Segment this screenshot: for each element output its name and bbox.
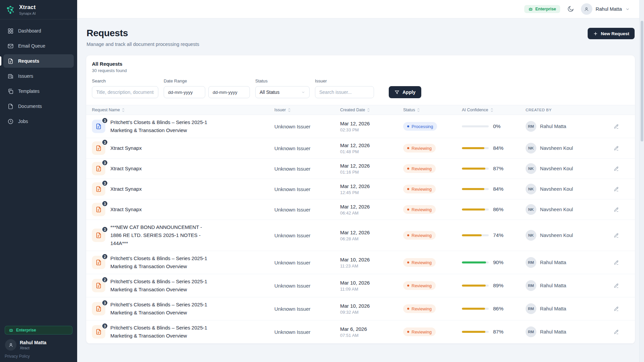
- table-row[interactable]: 3 Pritchett's Closets & Blinds – Series …: [86, 115, 635, 138]
- created-time: 06:42 AM: [340, 210, 403, 216]
- table-row[interactable]: 3 ***NEW CAT BOND ANNOUNCEMENT - 1886 RE…: [86, 220, 635, 251]
- brand-name: Xtract: [19, 4, 36, 11]
- confidence-fill: [462, 308, 485, 310]
- confidence-bar: [462, 285, 489, 287]
- edit-pencil-icon[interactable]: [613, 306, 619, 312]
- results-count: 30 requests found: [92, 68, 629, 73]
- apply-button[interactable]: Apply: [389, 86, 421, 98]
- vertical-scrollbar[interactable]: [639, 0, 644, 362]
- filter-bar: Search Date Range Status All Status: [86, 73, 635, 105]
- person-icon: [584, 6, 589, 12]
- edit-pencil-icon[interactable]: [613, 145, 619, 151]
- email-icon: [7, 43, 14, 49]
- status-dot-icon: [407, 261, 409, 263]
- status-select-value: All Status: [260, 89, 279, 95]
- created-date: Mar 12, 2026: [340, 163, 403, 169]
- created-time: 02:33 PM: [340, 127, 403, 132]
- sidebar-item-label: Documents: [18, 104, 42, 109]
- created-time: 01:48 PM: [340, 149, 403, 154]
- person-icon: [8, 342, 14, 348]
- sidebar-item-templates[interactable]: Templates: [3, 84, 74, 98]
- confidence-fill: [462, 285, 486, 287]
- column-header-issuer[interactable]: Issuer: [274, 108, 340, 112]
- created-time: 07:51 AM: [340, 333, 403, 338]
- created-date: Mar 10, 2026: [340, 280, 403, 286]
- table-row[interactable]: 3 Pritchett's Closets & Blinds – Series …: [86, 320, 635, 344]
- confidence-value: 74%: [493, 232, 503, 238]
- status-dot-icon: [407, 125, 409, 127]
- table-header: Request Name Issuer Created Date Status …: [86, 105, 635, 115]
- status-dot-icon: [407, 147, 409, 149]
- sidebar-item-label: Jobs: [18, 119, 28, 124]
- sidebar-item-label: Issuers: [18, 73, 33, 79]
- requests-icon: [7, 58, 14, 64]
- confidence-value: 86%: [493, 206, 503, 213]
- creator-name: Navsheen Koul: [540, 166, 573, 171]
- sidebar-item-label: Templates: [18, 88, 40, 94]
- table-row[interactable]: 3 Xtract Synapx Unknown Issuer Mar 12, 2…: [86, 179, 635, 199]
- edit-pencil-icon[interactable]: [613, 186, 619, 192]
- confidence-value: 86%: [493, 306, 503, 312]
- user-name: Rahul Matta: [20, 340, 46, 345]
- status-badge: Reviewing: [403, 144, 436, 153]
- confidence-bar: [462, 125, 489, 127]
- table-row[interactable]: 2 Pritchett's Closets & Blinds – Series …: [86, 251, 635, 274]
- column-header-status[interactable]: Status: [403, 108, 462, 112]
- sidebar-user[interactable]: Rahul Matta Xtract: [5, 339, 72, 351]
- creator-name: Rahul Matta: [540, 260, 566, 265]
- filter-icon: [394, 90, 399, 95]
- edit-pencil-icon[interactable]: [613, 207, 619, 213]
- creator-avatar: NK: [526, 230, 536, 241]
- sidebar-item-issuers[interactable]: Issuers: [3, 69, 74, 83]
- date-from-input[interactable]: [164, 86, 205, 98]
- search-input[interactable]: [92, 86, 158, 98]
- status-select[interactable]: All Status: [255, 86, 310, 98]
- column-header-request-name[interactable]: Request Name: [92, 108, 274, 112]
- creator-avatar: NK: [526, 163, 536, 174]
- sidebar-item-requests[interactable]: Requests: [3, 54, 74, 68]
- edit-pencil-icon[interactable]: [613, 166, 619, 172]
- user-menu[interactable]: Rahul Matta: [581, 3, 630, 15]
- sidebar-item-jobs[interactable]: Jobs: [3, 115, 74, 128]
- enterprise-badge-topbar: Enterprise: [524, 5, 560, 13]
- sidebar-item-email-queue[interactable]: Email Queue: [3, 39, 74, 53]
- edit-pencil-icon[interactable]: [613, 329, 619, 335]
- creator-name: Navsheen Koul: [540, 233, 573, 238]
- created-date: Mar 6, 2026: [340, 326, 403, 332]
- scrollbar-thumb[interactable]: [641, 21, 643, 141]
- table-row[interactable]: 3 Xtract Synapx Unknown Issuer Mar 12, 2…: [86, 159, 635, 179]
- sidebar-item-documents[interactable]: Documents: [3, 100, 74, 113]
- table-row[interactable]: 3 Xtract Synapx Unknown Issuer Mar 12, 2…: [86, 199, 635, 220]
- confidence-value: 90%: [493, 259, 503, 265]
- status-dot-icon: [407, 331, 409, 333]
- crown-icon: [9, 328, 13, 333]
- issuer-input[interactable]: [315, 86, 374, 98]
- new-request-button[interactable]: New Request: [588, 28, 635, 39]
- confidence-bar: [462, 234, 489, 236]
- column-header-created-date[interactable]: Created Date: [340, 108, 403, 112]
- sidebar-item-dashboard[interactable]: Dashboard: [3, 24, 74, 38]
- edit-pencil-icon[interactable]: [613, 233, 619, 238]
- edit-pencil-icon[interactable]: [613, 283, 619, 289]
- document-count-badge: 3: [102, 323, 108, 329]
- privacy-policy-link[interactable]: Privacy Policy: [5, 354, 72, 359]
- xtract-logo-icon: [5, 5, 15, 15]
- edit-pencil-icon[interactable]: [613, 260, 619, 265]
- request-name: Pritchett's Closets & Blinds – Series 20…: [110, 254, 211, 270]
- date-to-input[interactable]: [208, 86, 250, 98]
- sidebar-item-label: Email Queue: [18, 43, 45, 49]
- confidence-fill: [462, 234, 482, 236]
- edit-pencil-icon[interactable]: [613, 124, 619, 129]
- creator-avatar: NK: [526, 143, 536, 154]
- creator-name: Navsheen Koul: [540, 186, 573, 192]
- creator-name: Rahul Matta: [540, 283, 566, 288]
- dark-mode-toggle[interactable]: [567, 5, 574, 13]
- user-name: Rahul Matta: [596, 6, 622, 12]
- column-header-ai-confidence[interactable]: AI Confidence: [462, 108, 526, 112]
- table-row[interactable]: 2 Pritchett's Closets & Blinds – Series …: [86, 274, 635, 297]
- sidebar: Xtract Synapx AI Dashboard Email Queue R…: [0, 0, 77, 362]
- table-row[interactable]: 3 Xtract Synapx Unknown Issuer Mar 12, 2…: [86, 138, 635, 159]
- user-org: Xtract: [20, 346, 46, 350]
- issuer: Unknown Issuer: [274, 166, 340, 172]
- table-row[interactable]: 3 Pritchett's Closets & Blinds – Series …: [86, 297, 635, 320]
